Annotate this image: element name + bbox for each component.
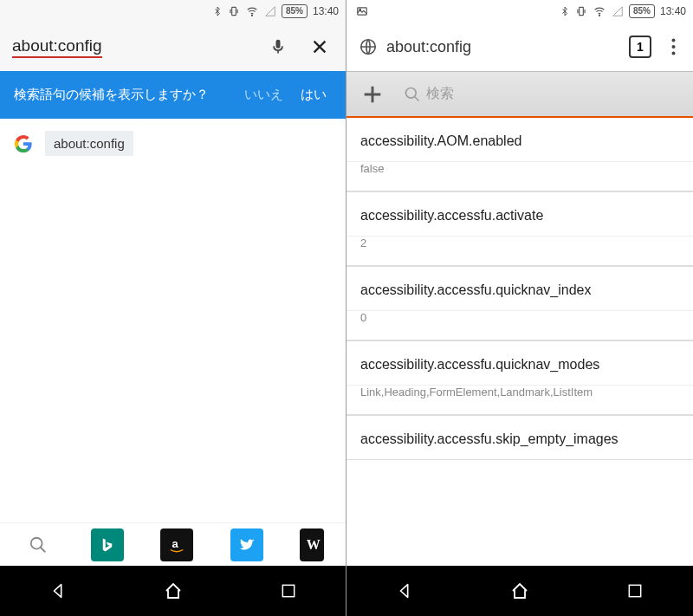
signal-icon (264, 5, 276, 17)
svg-rect-14 (630, 585, 641, 596)
vibrate-icon (575, 5, 587, 17)
clock: 13:40 (660, 5, 686, 17)
config-value: Link,Heading,FormElement,Landmark,ListIt… (346, 386, 693, 415)
config-key: accessibility.accessfu.quicknav_modes (346, 341, 693, 386)
config-list[interactable]: accessibility.AOM.enabled false accessib… (346, 118, 693, 616)
add-pref-button[interactable] (355, 77, 390, 112)
overflow-menu-icon[interactable] (660, 29, 686, 64)
right-screenshot: 85% 13:40 about:config 1 検索 access (346, 0, 693, 616)
config-key: accessibility.AOM.enabled (346, 118, 693, 162)
search-icon (404, 86, 421, 103)
screenshot-notification-icon (355, 5, 369, 17)
wifi-icon (593, 5, 606, 17)
banner-text: 検索語句の候補を表示しますか？ (14, 85, 232, 105)
battery-indicator: 85% (629, 4, 655, 18)
close-icon[interactable] (302, 29, 337, 64)
svg-rect-7 (580, 7, 584, 15)
history-search-icon[interactable] (22, 528, 55, 561)
config-search-placeholder: 検索 (426, 85, 454, 103)
signal-icon (612, 5, 624, 17)
back-button[interactable] (379, 574, 431, 608)
search-input[interactable]: about:config (12, 36, 102, 58)
config-value: 2 (346, 237, 693, 266)
config-key: accessibility.accessfu.quicknav_index (346, 267, 693, 311)
url-search-bar: about:config (0, 23, 346, 71)
svg-point-12 (671, 52, 675, 55)
android-nav-bar (346, 566, 693, 616)
google-icon (14, 134, 33, 153)
browser-toolbar: about:config 1 (346, 23, 693, 71)
config-key: accessibility.accessfu.skip_empty_images (346, 416, 693, 459)
left-screenshot: 85% 13:40 about:config 検索語句の候補を表示しますか？ い… (0, 0, 346, 616)
config-item[interactable]: accessibility.accessfu.skip_empty_images (346, 416, 693, 460)
recents-button[interactable] (609, 574, 661, 608)
config-search-input[interactable]: 検索 (398, 81, 684, 107)
amazon-shortcut[interactable]: a (160, 528, 193, 561)
svg-rect-4 (282, 585, 294, 596)
svg-point-8 (599, 15, 599, 16)
globe-icon (359, 37, 378, 56)
svg-point-6 (359, 9, 361, 10)
bing-shortcut[interactable] (91, 528, 124, 561)
svg-point-2 (31, 537, 42, 548)
recents-button[interactable] (262, 574, 314, 608)
vibrate-icon (228, 5, 240, 17)
microphone-icon[interactable] (261, 29, 295, 64)
banner-yes-button[interactable]: はい (295, 83, 332, 107)
config-item[interactable]: accessibility.AOM.enabled false (346, 118, 693, 192)
home-button[interactable] (147, 574, 199, 608)
back-button[interactable] (32, 574, 84, 608)
svg-text:a: a (172, 536, 179, 549)
home-button[interactable] (494, 574, 546, 608)
wifi-icon (245, 5, 259, 17)
config-value: 0 (346, 311, 693, 340)
config-toolbar: 検索 (346, 71, 693, 118)
config-item[interactable]: accessibility.accessfu.quicknav_index 0 (346, 267, 693, 341)
svg-point-11 (671, 45, 675, 49)
bluetooth-icon (560, 5, 570, 17)
twitter-shortcut[interactable] (230, 528, 263, 561)
android-nav-bar (0, 566, 346, 616)
tab-counter[interactable]: 1 (629, 36, 651, 58)
suggestion-chip[interactable]: about:config (45, 131, 133, 156)
svg-point-1 (251, 15, 252, 16)
svg-rect-0 (232, 7, 236, 15)
config-item[interactable]: accessibility.accessfu.activate 2 (346, 192, 693, 267)
svg-point-13 (406, 88, 417, 98)
address-bar[interactable]: about:config (386, 38, 620, 56)
bottom-shortcuts: a W (0, 522, 346, 566)
search-suggestions-prompt: 検索語句の候補を表示しますか？ いいえ はい (0, 71, 346, 119)
status-bar: 85% 13:40 (346, 0, 693, 23)
config-item[interactable]: accessibility.accessfu.quicknav_modes Li… (346, 341, 693, 416)
search-suggestion-row[interactable]: about:config (0, 119, 346, 168)
bluetooth-icon (212, 5, 223, 17)
config-key: accessibility.accessfu.activate (346, 192, 693, 237)
clock: 13:40 (313, 5, 339, 17)
battery-indicator: 85% (282, 4, 308, 18)
svg-point-10 (671, 39, 675, 42)
status-bar: 85% 13:40 (0, 0, 346, 23)
wikipedia-shortcut[interactable]: W (300, 528, 324, 561)
config-value: false (346, 162, 693, 191)
banner-no-button[interactable]: いいえ (239, 83, 288, 107)
